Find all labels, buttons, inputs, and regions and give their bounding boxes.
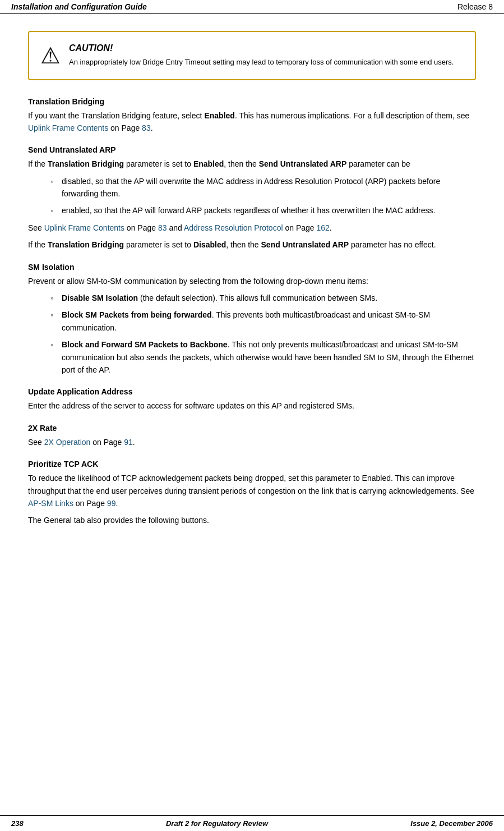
- link-2x-operation[interactable]: 2X Operation: [44, 438, 91, 447]
- section-sm-isolation: SM Isolation Prevent or allow SM-to-SM c…: [28, 263, 476, 377]
- text-send-untranslated-arp-see: See Uplink Frame Contents on Page 83 and…: [28, 222, 476, 234]
- header-title: Installation and Configuration Guide: [11, 2, 147, 11]
- footer-draft-text: Draft 2 for Regulatory Review: [166, 819, 268, 828]
- heading-2x-rate: 2X Rate: [28, 424, 476, 433]
- link-address-resolution-protocol[interactable]: Address Resolution Protocol: [184, 223, 283, 232]
- text-prioritize-tcp-ack-2: The General tab also provides the follow…: [28, 514, 476, 526]
- section-prioritize-tcp-ack: Prioritize TCP ACK To reduce the likelih…: [28, 460, 476, 527]
- link-uplink-frame-contents-1[interactable]: Uplink Frame Contents: [28, 123, 108, 132]
- heading-translation-bridging: Translation Bridging: [28, 97, 476, 106]
- caution-box: ⚠ CAUTION! An inappropriately low Bridge…: [28, 31, 476, 80]
- list-item-block-forward-sm: Block and Forward SM Packets to Backbone…: [50, 338, 476, 376]
- link-uplink-frame-contents-2[interactable]: Uplink Frame Contents: [44, 223, 124, 232]
- header-release: Release 8: [457, 2, 493, 11]
- heading-update-application-address: Update Application Address: [28, 387, 476, 396]
- link-page-83-2[interactable]: 83: [158, 223, 167, 232]
- caution-text: An inappropriately low Bridge Entry Time…: [69, 57, 464, 68]
- list-sm-isolation: Disable SM Isolation (the default select…: [50, 292, 476, 376]
- list-item-block-sm-packets: Block SM Packets from being forwarded. T…: [50, 309, 476, 334]
- main-content: ⚠ CAUTION! An inappropriately low Bridge…: [0, 14, 504, 561]
- heading-prioritize-tcp-ack: Prioritize TCP ACK: [28, 460, 476, 469]
- page-footer: 238 Draft 2 for Regulatory Review Issue …: [0, 815, 504, 831]
- text-2x-rate: See 2X Operation on Page 91.: [28, 436, 476, 448]
- heading-send-untranslated-arp: Send Untranslated ARP: [28, 145, 476, 154]
- footer-issue-text: Issue 2, December 2006: [410, 819, 493, 828]
- list-send-untranslated-arp: disabled, so that the AP will overwrite …: [50, 175, 476, 217]
- footer-page-number: 238: [11, 819, 24, 828]
- caution-content: CAUTION! An inappropriately low Bridge E…: [69, 43, 464, 68]
- list-item-disabled-arp: disabled, so that the AP will overwrite …: [50, 175, 476, 200]
- text-update-application-address: Enter the address of the server to acces…: [28, 400, 476, 412]
- page-header: Installation and Configuration Guide Rel…: [0, 0, 504, 14]
- link-page-99[interactable]: 99: [107, 499, 116, 508]
- section-translation-bridging: Translation Bridging If you want the Tra…: [28, 97, 476, 135]
- heading-sm-isolation: SM Isolation: [28, 263, 476, 272]
- link-page-162[interactable]: 162: [316, 223, 329, 232]
- text-send-untranslated-arp-disabled: If the Translation Bridging parameter is…: [28, 238, 476, 251]
- section-update-application-address: Update Application Address Enter the add…: [28, 387, 476, 412]
- link-page-83-1[interactable]: 83: [142, 123, 151, 132]
- section-send-untranslated-arp: Send Untranslated ARP If the Translation…: [28, 145, 476, 251]
- caution-title: CAUTION!: [69, 43, 464, 53]
- link-ap-sm-links[interactable]: AP-SM Links: [28, 499, 73, 508]
- section-2x-rate: 2X Rate See 2X Operation on Page 91.: [28, 424, 476, 448]
- text-prioritize-tcp-ack-1: To reduce the likelihood of TCP acknowle…: [28, 472, 476, 509]
- link-page-91[interactable]: 91: [124, 438, 133, 447]
- caution-icon: ⚠: [40, 44, 61, 67]
- list-item-disable-sm-isolation: Disable SM Isolation (the default select…: [50, 292, 476, 304]
- text-translation-bridging: If you want the Translation Bridging fea…: [28, 109, 476, 135]
- text-send-untranslated-arp-intro: If the Translation Bridging parameter is…: [28, 158, 476, 170]
- list-item-enabled-arp: enabled, so that the AP will forward ARP…: [50, 204, 476, 217]
- text-sm-isolation-intro: Prevent or allow SM-to-SM communication …: [28, 275, 476, 287]
